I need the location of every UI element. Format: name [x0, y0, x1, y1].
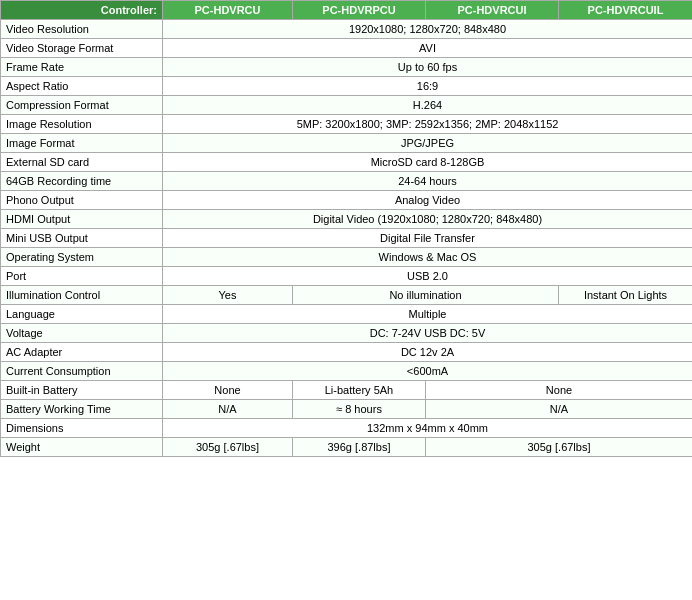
spec-table: Controller: PC-HDVRCU PC-HDVRPCU PC-HDVR…	[0, 0, 692, 457]
row-value: Windows & Mac OS	[163, 248, 693, 267]
table-row: AC AdapterDC 12v 2A	[1, 343, 693, 362]
controller-label: Controller:	[1, 1, 163, 20]
row-label: Battery Working Time	[1, 400, 163, 419]
table-row: PortUSB 2.0	[1, 267, 693, 286]
battery-time-hours: ≈ 8 hours	[293, 400, 426, 419]
row-label: Voltage	[1, 324, 163, 343]
row-value: AVI	[163, 39, 693, 58]
table-row: Frame RateUp to 60 fps	[1, 58, 693, 77]
row-label: 64GB Recording time	[1, 172, 163, 191]
illumination-yes: Yes	[163, 286, 293, 305]
table-row: Image FormatJPG/JPEG	[1, 134, 693, 153]
weight-3: 305g [.67lbs]	[426, 438, 693, 457]
col4-header: PC-HDVRCUIL	[559, 1, 693, 20]
row-label: Built-in Battery	[1, 381, 163, 400]
row-value: 5MP: 3200x1800; 3MP: 2592x1356; 2MP: 204…	[163, 115, 693, 134]
table-row: Image Resolution5MP: 3200x1800; 3MP: 259…	[1, 115, 693, 134]
row-value: MicroSD card 8-128GB	[163, 153, 693, 172]
table-row: Aspect Ratio16:9	[1, 77, 693, 96]
table-row: Video Storage FormatAVI	[1, 39, 693, 58]
row-label: Weight	[1, 438, 163, 457]
table-row: External SD cardMicroSD card 8-128GB	[1, 153, 693, 172]
row-value: DC: 7-24V USB DC: 5V	[163, 324, 693, 343]
table-row: 64GB Recording time24-64 hours	[1, 172, 693, 191]
table-row: Current Consumption<600mA	[1, 362, 693, 381]
table-row: Video Resolution1920x1080; 1280x720; 848…	[1, 20, 693, 39]
row-label: Video Storage Format	[1, 39, 163, 58]
row-value: Digital Video (1920x1080; 1280x720; 848x…	[163, 210, 693, 229]
row-value: 16:9	[163, 77, 693, 96]
row-value: 24-64 hours	[163, 172, 693, 191]
row-label: Language	[1, 305, 163, 324]
row-label: HDMI Output	[1, 210, 163, 229]
row-label: Current Consumption	[1, 362, 163, 381]
row-value: 1920x1080; 1280x720; 848x480	[163, 20, 693, 39]
col2-header: PC-HDVRPCU	[293, 1, 426, 20]
row-label: Image Format	[1, 134, 163, 153]
row-label: Port	[1, 267, 163, 286]
row-label: Dimensions	[1, 419, 163, 438]
row-value: <600mA	[163, 362, 693, 381]
row-label: Video Resolution	[1, 20, 163, 39]
row-label: Compression Format	[1, 96, 163, 115]
row-value: 132mm x 94mm x 40mm	[163, 419, 693, 438]
row-label: Aspect Ratio	[1, 77, 163, 96]
row-label: Frame Rate	[1, 58, 163, 77]
col1-header: PC-HDVRCU	[163, 1, 293, 20]
row-value: JPG/JPEG	[163, 134, 693, 153]
table-row: Battery Working TimeN/A≈ 8 hoursN/A	[1, 400, 693, 419]
table-row: Phono OutputAnalog Video	[1, 191, 693, 210]
battery-time-na1: N/A	[163, 400, 293, 419]
row-value: H.264	[163, 96, 693, 115]
table-row: Operating SystemWindows & Mac OS	[1, 248, 693, 267]
table-row: HDMI OutputDigital Video (1920x1080; 128…	[1, 210, 693, 229]
row-value: Digital File Transfer	[163, 229, 693, 248]
battery-none2: None	[426, 381, 693, 400]
table-row: Dimensions132mm x 94mm x 40mm	[1, 419, 693, 438]
row-value: Multiple	[163, 305, 693, 324]
weight-2: 396g [.87lbs]	[293, 438, 426, 457]
table-row: Illumination ControlYesNo illuminationIn…	[1, 286, 693, 305]
row-value: Analog Video	[163, 191, 693, 210]
illumination-no: No illumination	[293, 286, 559, 305]
weight-1: 305g [.67lbs]	[163, 438, 293, 457]
table-row: Compression FormatH.264	[1, 96, 693, 115]
row-label: Mini USB Output	[1, 229, 163, 248]
row-label: Operating System	[1, 248, 163, 267]
table-row: Weight305g [.67lbs]396g [.87lbs]305g [.6…	[1, 438, 693, 457]
row-value: USB 2.0	[163, 267, 693, 286]
table-header: Controller: PC-HDVRCU PC-HDVRPCU PC-HDVR…	[1, 1, 693, 20]
col3-header: PC-HDVRCUI	[426, 1, 559, 20]
row-value: DC 12v 2A	[163, 343, 693, 362]
battery-time-na2: N/A	[426, 400, 693, 419]
table-row: VoltageDC: 7-24V USB DC: 5V	[1, 324, 693, 343]
row-label: Phono Output	[1, 191, 163, 210]
row-label: Illumination Control	[1, 286, 163, 305]
table-row: Built-in BatteryNoneLi-battery 5AhNone	[1, 381, 693, 400]
table-row: LanguageMultiple	[1, 305, 693, 324]
row-label: External SD card	[1, 153, 163, 172]
battery-li: Li-battery 5Ah	[293, 381, 426, 400]
row-label: Image Resolution	[1, 115, 163, 134]
row-value: Up to 60 fps	[163, 58, 693, 77]
table-row: Mini USB OutputDigital File Transfer	[1, 229, 693, 248]
row-label: AC Adapter	[1, 343, 163, 362]
battery-none1: None	[163, 381, 293, 400]
illumination-instant: Instant On Lights	[559, 286, 693, 305]
